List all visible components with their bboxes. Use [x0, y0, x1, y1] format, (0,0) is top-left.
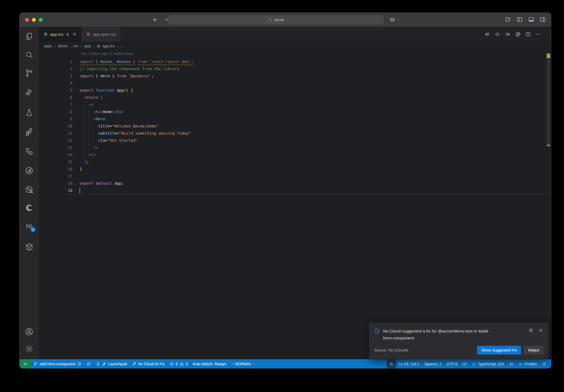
code-line: 3import { Hero } from '@acme/ui'; — [39, 72, 551, 80]
code-line: 10 title="Welcmoe @acme/demo" — [39, 122, 551, 130]
code-line: 4 — [39, 80, 551, 87]
copilot-menu[interactable] — [389, 17, 400, 23]
notification-source: Source: Nx Console — [374, 348, 408, 352]
tab-app.tsx[interactable]: app.tsx3 — [39, 27, 81, 42]
statusbar-language-item[interactable]: TypeScript JSX — [469, 359, 507, 368]
breadcrumb-item-src[interactable]: src — [73, 44, 78, 48]
statusbar-text: Spaces: 2 — [424, 362, 441, 366]
statusbar-notifications-item[interactable] — [539, 359, 549, 368]
react-icon — [96, 44, 101, 48]
breadcrumb-label: app — [84, 44, 91, 48]
notification-settings-gear-icon[interactable] — [528, 328, 534, 333]
sidebar-item-testing[interactable] — [25, 108, 34, 117]
line-number: 5 — [39, 87, 72, 94]
sidebar-item-source-control[interactable] — [25, 69, 34, 77]
notification-close-icon[interactable] — [538, 328, 544, 333]
statusbar-compare-changes-item[interactable] — [84, 359, 93, 368]
sidebar-item-extensions[interactable] — [25, 127, 34, 136]
reject-button[interactable]: Reject — [524, 346, 544, 355]
sidebar-item-edge-browser[interactable] — [25, 203, 34, 212]
sidebar-item-git-graph-search[interactable] — [25, 185, 34, 194]
statusbar-branch-item[interactable]: add-hero-component — [31, 359, 84, 368]
statusbar-eol-item[interactable]: LF — [460, 359, 469, 368]
sidebar-item-package-explorer[interactable] — [25, 243, 34, 251]
sidebar-item-accounts[interactable] — [25, 327, 34, 336]
nav-forward-circle-icon[interactable] — [505, 31, 511, 37]
sidebar-item-explorer[interactable] — [25, 32, 34, 41]
line-content — [72, 173, 80, 180]
tab-app.spec.tsx[interactable]: app.spec.tsx — [82, 27, 120, 42]
nav-back-circle-icon[interactable] — [484, 31, 490, 37]
toggle-primary-sidebar-icon[interactable] — [516, 16, 523, 23]
screen: { "colors": { "status_blue": "#0b76c9", … — [0, 0, 564, 392]
statusbar-vim-mode-item[interactable]: -- NORMAL -- — [229, 359, 257, 368]
statusbar-indentation-item[interactable]: Spaces: 2 — [422, 359, 444, 368]
close-tab-icon[interactable] — [72, 32, 77, 36]
show-suggested-fix-button[interactable]: Show Suggested Fix — [477, 346, 521, 355]
statusbar-auto-attach-item[interactable]: Auto Attach: Always — [190, 359, 229, 368]
sidebar-item-git-graph[interactable] — [25, 166, 34, 175]
customize-layout-icon[interactable] — [505, 16, 511, 23]
notification-message: Nx Cloud suggested a fix for @acme/demo:… — [383, 328, 504, 341]
statusbar-nx-cloud-ai-fix-item[interactable]: Nx Cloud AI Fix — [129, 359, 167, 368]
statusbar-encoding-item[interactable]: UTF-8 — [444, 359, 460, 368]
line-content: subtitle="Build something amazing today" — [72, 130, 191, 137]
search-value: acme — [274, 18, 284, 22]
notification-toast: Nx Cloud suggested a fix for @acme/demo:… — [369, 323, 548, 359]
git-graph-run-icon[interactable] — [515, 31, 521, 37]
statusbar-text: 0 — [176, 362, 178, 366]
error-icon — [170, 362, 174, 366]
tab-bar: app.tsx3app.spec.tsx — [39, 27, 551, 42]
sidebar-item-search[interactable] — [25, 50, 34, 59]
braces-icon — [472, 362, 476, 366]
code-line: 12 cta="Get Started" — [39, 137, 551, 144]
line-number: 13 — [39, 144, 72, 151]
breadcrumb-item-demo[interactable]: demo — [58, 44, 67, 48]
code-line: 9 <Hero — [39, 115, 551, 122]
editor-scrollbar[interactable] — [547, 53, 550, 146]
breadcrumb-separator: › — [93, 44, 94, 48]
sidebar-item-run-and-debug[interactable] — [25, 88, 34, 96]
statusbar-prettier-item[interactable]: Prettier — [516, 359, 539, 368]
line-number: 17 — [39, 173, 72, 180]
breadcrumb-item-apps[interactable]: apps — [44, 44, 52, 48]
remote-indicator[interactable] — [20, 359, 31, 368]
more-actions-icon[interactable] — [535, 31, 541, 37]
line-content: <> — [72, 101, 94, 108]
code-content: 1import { Route, Routes } from 'react-ro… — [39, 58, 551, 194]
statusbar-copilot-status-item[interactable] — [507, 359, 516, 368]
cloud-upload-icon — [77, 362, 82, 366]
circle-icon[interactable] — [495, 31, 500, 37]
breadcrumb-item-…[interactable]: … — [121, 44, 124, 48]
statusbar-problems-item[interactable]: 03 — [167, 359, 190, 368]
close-window-button[interactable] — [25, 18, 29, 22]
wrench-icon — [132, 362, 136, 366]
copilot-icon — [389, 17, 395, 23]
statusbar-text: Nx Cloud AI Fix — [138, 362, 164, 366]
chevron-down-icon — [396, 18, 400, 22]
indent-guide — [89, 108, 89, 151]
line-content — [72, 80, 80, 87]
breadcrumb-item-app.tsx[interactable]: app.tsx — [96, 44, 115, 48]
toggle-secondary-sidebar-icon[interactable] — [539, 16, 546, 23]
statusbar-cursor-position-item[interactable]: Ln 19, Col 1 — [396, 359, 422, 368]
statusbar-launchpad-item[interactable]: Launchpad — [93, 359, 129, 368]
statusbar-zoom-item[interactable] — [387, 359, 396, 368]
nav-back-icon[interactable] — [152, 17, 159, 23]
breadcrumb-label: src — [73, 44, 78, 48]
window-controls[interactable] — [25, 18, 43, 22]
sidebar-item-settings[interactable] — [25, 344, 34, 353]
breadcrumb-item-app[interactable]: app — [84, 44, 91, 48]
zoom-window-button[interactable] — [39, 18, 43, 22]
split-editor-icon[interactable] — [525, 31, 531, 37]
minimize-window-button[interactable] — [32, 18, 36, 22]
code-line: 8 <h1>Home</h1> — [39, 108, 551, 115]
sidebar-item-nx-console[interactable]: 1 — [25, 222, 34, 231]
react-icon — [43, 32, 48, 37]
editor[interactable]: You, 3 hours ago | 1 author (You) 1impor… — [39, 50, 551, 359]
toggle-panel-icon[interactable] — [528, 16, 535, 23]
compare-icon — [86, 362, 91, 366]
sidebar-item-project-explorer[interactable] — [25, 147, 34, 156]
command-center-search[interactable]: acme — [168, 15, 384, 24]
line-number: 7 — [39, 101, 72, 108]
